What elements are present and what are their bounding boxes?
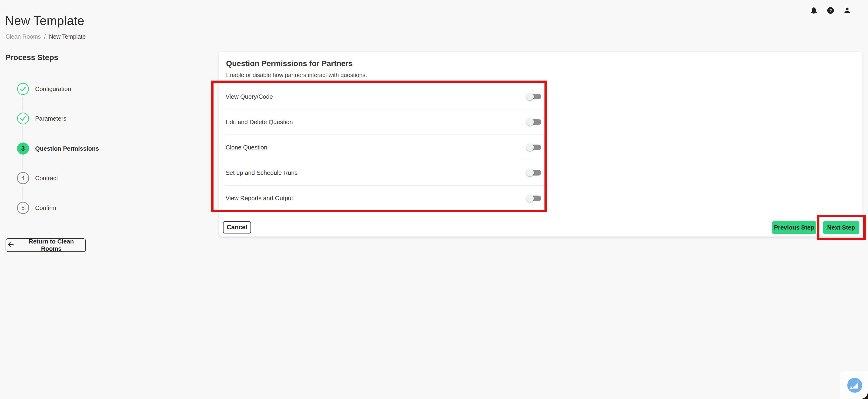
question-permissions-panel: Question Permissions for Partners Enable…	[219, 52, 862, 236]
breadcrumb: Clean Rooms / New Template	[6, 33, 86, 40]
step-connector	[23, 156, 23, 170]
breadcrumb-separator: /	[44, 33, 45, 40]
step-confirm[interactable]: 5 Confirm	[17, 202, 56, 214]
step-connector	[23, 97, 23, 111]
toggle-clone-question[interactable]	[526, 143, 541, 151]
breadcrumb-clean-rooms[interactable]: Clean Rooms	[6, 33, 41, 40]
check-circle-icon	[17, 112, 29, 124]
permission-label: Clone Question	[226, 144, 267, 151]
question-icon[interactable]: ?	[827, 6, 835, 15]
step-number-badge: 3	[17, 142, 29, 154]
step-question-permissions[interactable]: 3 Question Permissions	[17, 142, 99, 154]
step-number-badge: 4	[17, 172, 29, 184]
step-label: Configuration	[35, 85, 71, 93]
step-connector	[23, 126, 23, 140]
permission-label: View Query/Code	[226, 93, 273, 100]
panel-subheading: Enable or disable how partners interact …	[226, 72, 367, 79]
header-actions: ?	[810, 6, 851, 15]
svg-text:?: ?	[829, 8, 832, 13]
check-circle-icon	[17, 83, 29, 95]
step-contract[interactable]: 4 Contract	[17, 172, 58, 184]
next-step-button[interactable]: Next Step	[823, 221, 859, 234]
breadcrumb-new-template: New Template	[49, 33, 86, 40]
toggle-edit-delete-question[interactable]	[526, 118, 541, 126]
sailboat-logo-icon[interactable]	[847, 378, 862, 393]
permission-label: View Reports and Output	[226, 195, 293, 202]
toggle-knob	[526, 118, 534, 126]
toggle-view-query-code[interactable]	[526, 93, 541, 101]
panel-heading: Question Permissions for Partners	[226, 59, 353, 68]
step-number-badge: 5	[17, 202, 29, 214]
permission-row-edit-delete-question: Edit and Delete Question	[226, 109, 549, 135]
step-label: Contract	[35, 175, 58, 182]
permission-row-view-query-code: View Query/Code	[226, 84, 549, 109]
step-parameters[interactable]: Parameters	[17, 112, 66, 124]
permission-row-set-up-schedule-runs: Set up and Schedule Runs	[226, 160, 549, 186]
permission-label: Edit and Delete Question	[226, 118, 293, 126]
toggle-view-reports-output[interactable]	[526, 194, 541, 202]
process-steps-title: Process Steps	[5, 53, 58, 62]
previous-step-button[interactable]: Previous Step	[772, 221, 816, 234]
toggle-knob	[526, 144, 534, 151]
cancel-button[interactable]: Cancel	[223, 221, 251, 233]
toggle-knob	[526, 93, 534, 100]
permission-rows: View Query/Code Edit and Delete Question…	[226, 84, 549, 211]
toggle-knob	[526, 169, 534, 176]
bell-icon[interactable]	[810, 6, 818, 15]
person-icon[interactable]	[843, 6, 851, 15]
step-configuration[interactable]: Configuration	[17, 83, 71, 95]
step-label: Question Permissions	[35, 145, 99, 152]
toggle-set-up-schedule-runs[interactable]	[526, 169, 541, 177]
step-label: Parameters	[35, 115, 66, 122]
permission-row-clone-question: Clone Question	[226, 135, 549, 160]
step-label: Confirm	[35, 204, 56, 211]
arrow-left-icon	[7, 241, 14, 250]
permission-label: Set up and Schedule Runs	[226, 169, 298, 176]
toggle-knob	[526, 195, 534, 202]
new-template-page: New Template Clean Rooms / New Template …	[0, 0, 868, 399]
return-button-label: Return to Clean Rooms	[19, 238, 84, 252]
page-title: New Template	[5, 13, 85, 28]
permission-row-view-reports-output: View Reports and Output	[226, 186, 549, 211]
step-connector	[23, 186, 23, 200]
return-to-clean-rooms-button[interactable]: Return to Clean Rooms	[6, 238, 86, 252]
